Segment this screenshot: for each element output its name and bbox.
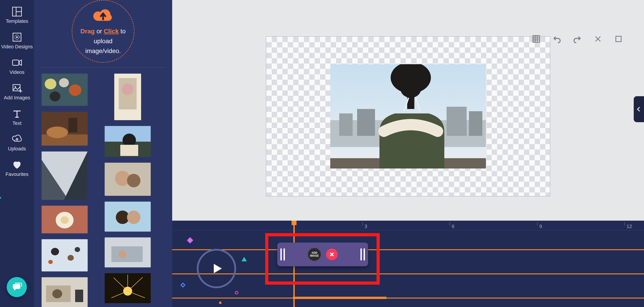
main-area: 3 6 9 12: [172, 0, 644, 307]
ruler-tick: 6: [450, 221, 454, 230]
rail-active-marker: [0, 195, 1, 201]
upload-thumbnails: [34, 68, 172, 307]
thumb-col-left: [42, 74, 88, 307]
thumb[interactable]: [114, 74, 141, 120]
svg-marker-5: [16, 36, 18, 38]
grid-button[interactable]: [531, 34, 542, 44]
rail-item-video-designs[interactable]: Video Designs: [1, 31, 33, 50]
videos-icon: [11, 57, 23, 69]
canvas-frame[interactable]: [266, 36, 550, 196]
svg-marker-7: [19, 60, 22, 65]
cloud-upload-icon: [92, 8, 114, 26]
thumb[interactable]: [42, 74, 88, 106]
dropzone-text-1: Drag or Click to: [80, 27, 126, 36]
svg-rect-29: [42, 239, 88, 271]
timeline-clip[interactable]: ADD IMAGE: [277, 242, 368, 266]
rail-item-add-images[interactable]: Add Images: [4, 82, 30, 101]
dropzone-text-3: image/video.: [86, 47, 121, 55]
clip-handle-right[interactable]: [360, 248, 365, 260]
rail-label: Favourites: [6, 171, 28, 177]
thumb[interactable]: [42, 206, 88, 233]
undo-icon: [552, 35, 561, 43]
grid-icon: [532, 35, 540, 43]
svg-point-16: [59, 78, 69, 87]
svg-rect-37: [75, 289, 83, 302]
rail-label: Uploads: [8, 146, 26, 152]
close-button[interactable]: [592, 34, 603, 44]
rail-item-videos[interactable]: Videos: [10, 57, 24, 75]
clip-handle-left[interactable]: [280, 248, 285, 260]
svg-point-47: [127, 174, 140, 187]
svg-point-40: [122, 84, 134, 95]
expand-right-panel-button[interactable]: [634, 96, 644, 122]
chat-button[interactable]: [7, 277, 27, 297]
left-rail: Templates Video Designs Videos Add Image…: [0, 0, 34, 307]
chat-icon: [12, 282, 22, 292]
svg-rect-72: [357, 109, 375, 136]
svg-point-33: [75, 247, 80, 252]
svg-rect-61: [533, 36, 539, 42]
svg-point-36: [52, 289, 62, 298]
svg-point-17: [69, 84, 82, 96]
svg-point-30: [51, 248, 59, 255]
ruler-tick: 9: [537, 221, 542, 230]
templates-icon: [11, 6, 23, 18]
undo-button[interactable]: [552, 34, 562, 44]
svg-point-28: [60, 216, 69, 224]
thumb[interactable]: [42, 277, 88, 307]
rail-label: Video Designs: [1, 44, 33, 50]
svg-rect-73: [446, 107, 467, 136]
ruler-tick: 12: [624, 221, 632, 230]
svg-point-77: [400, 80, 421, 98]
favourites-icon: [11, 159, 23, 170]
thumb[interactable]: [42, 151, 88, 200]
redo-button[interactable]: [572, 34, 583, 44]
rail-label: Add Images: [4, 95, 30, 101]
timeline-segment[interactable]: [293, 297, 386, 299]
rail-item-uploads[interactable]: Uploads: [8, 133, 26, 152]
add-image-badge[interactable]: ADD IMAGE: [308, 248, 321, 261]
rail-label: Videos: [10, 69, 24, 75]
thumb[interactable]: [42, 239, 88, 271]
delete-clip-button[interactable]: [326, 249, 338, 260]
rail-label: Templates: [6, 18, 28, 24]
timeline[interactable]: 3 6 9 12: [172, 221, 644, 307]
thumb[interactable]: [105, 126, 151, 157]
svg-point-50: [127, 211, 140, 224]
thumb[interactable]: [105, 202, 151, 232]
svg-rect-22: [68, 118, 77, 132]
uploads-icon: [11, 133, 23, 145]
svg-point-18: [50, 91, 60, 101]
ruler-tick: 3: [362, 221, 367, 230]
badge-text: IMAGE: [310, 254, 319, 257]
video-designs-icon: [11, 31, 23, 43]
chevron-left-icon: [636, 106, 642, 112]
play-button[interactable]: [197, 249, 236, 288]
svg-rect-6: [12, 60, 19, 65]
thumb[interactable]: [105, 163, 151, 196]
thumb[interactable]: [105, 273, 151, 303]
thumb[interactable]: [105, 237, 151, 267]
svg-point-32: [48, 260, 53, 264]
fullscreen-button[interactable]: [613, 34, 624, 44]
play-icon: [208, 260, 224, 276]
thumb[interactable]: [42, 112, 88, 146]
rail-item-favourites[interactable]: Favourites: [6, 159, 28, 177]
svg-rect-52: [111, 246, 143, 262]
close-icon: [594, 35, 602, 43]
text-icon: [11, 108, 23, 120]
upload-dropzone[interactable]: Drag or Click to upload image/video.: [72, 0, 134, 63]
rail-item-text[interactable]: Text: [11, 108, 23, 126]
timeline-ruler[interactable]: 3 6 9 12: [172, 221, 644, 230]
svg-point-21: [46, 127, 68, 138]
svg-rect-44: [120, 145, 138, 156]
thumb-col-right: [105, 74, 151, 307]
square-icon: [615, 35, 622, 43]
canvas-area: [172, 0, 644, 221]
add-images-icon: [11, 82, 23, 94]
rail-item-templates[interactable]: Templates: [6, 6, 28, 24]
svg-rect-74: [469, 111, 482, 136]
canvas-image[interactable]: [330, 64, 486, 168]
svg-point-31: [68, 255, 74, 261]
svg-rect-68: [616, 36, 621, 42]
